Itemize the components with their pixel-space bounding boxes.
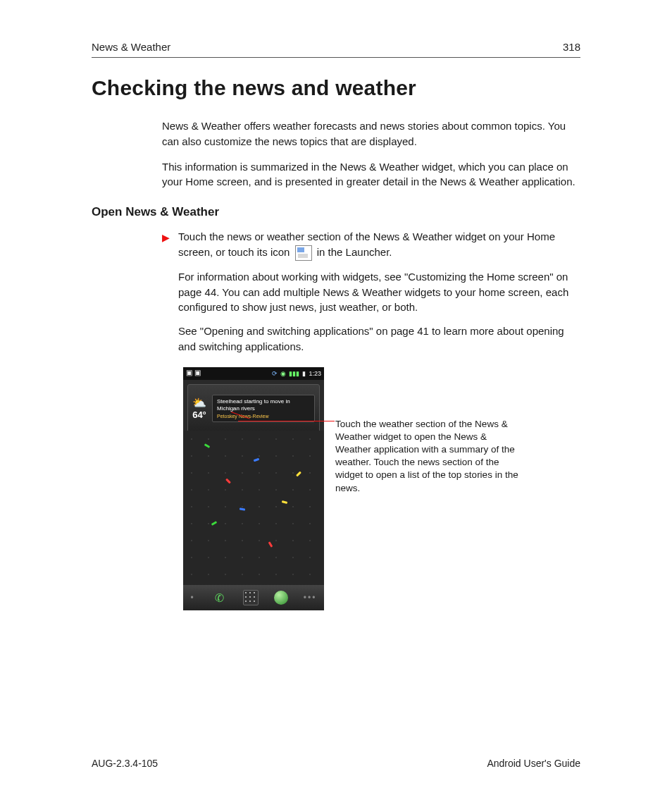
status-notification-icon: ▣	[186, 369, 192, 376]
weather-section[interactable]: ⛅ 64°	[192, 398, 206, 420]
intro-paragraph-1: News & Weather offers weather forecasts …	[162, 118, 580, 149]
bullet-line-3: See "Opening and switching applications"…	[178, 324, 580, 355]
callout-leader-line	[238, 421, 335, 421]
phone-screenshot: ▣ ▣ ⟳ ◉ ▮▮▮ ▮ 1:23 ⛅ 64° Steelhead start…	[183, 367, 324, 610]
bullet-triangle-icon: ▶	[162, 230, 170, 363]
dock-dots-left-icon[interactable]: •	[191, 593, 195, 603]
status-time: 1:23	[309, 370, 321, 377]
page-title: Checking the news and weather	[92, 76, 580, 100]
status-notification-icon: ▣	[194, 369, 201, 376]
header-page-number: 318	[563, 41, 580, 53]
weather-icon: ⛅	[192, 398, 206, 409]
page-footer: AUG-2.3.4-105 Android User's Guide	[92, 758, 580, 769]
phone-icon[interactable]: ✆	[209, 588, 229, 608]
screenshot-caption: Touch the weather section of the News & …	[335, 418, 518, 495]
subheading-open: Open News & Weather	[92, 205, 580, 219]
news-weather-launcher-icon	[295, 245, 312, 261]
news-weather-widget[interactable]: ⛅ 64° Steelhead starting to move in Mich…	[187, 384, 320, 433]
home-wallpaper	[183, 431, 324, 585]
intro-paragraph-2: This information is summarized in the Ne…	[162, 159, 580, 190]
apps-grid-icon[interactable]	[243, 590, 259, 605]
bullet-line-1: Touch the news or weather section of the…	[178, 229, 580, 261]
header-section: News & Weather	[92, 41, 170, 53]
weather-temp: 64°	[192, 409, 206, 420]
footer-guide-title: Android User's Guide	[487, 758, 580, 769]
header-rule	[92, 57, 580, 58]
dock: • ✆ •••	[183, 585, 324, 610]
dock-dots-right-icon[interactable]: •••	[304, 593, 317, 603]
news-source: Petoskey News-Review	[217, 414, 310, 419]
running-header: News & Weather 318	[92, 41, 580, 53]
status-bar: ▣ ▣ ⟳ ◉ ▮▮▮ ▮ 1:23	[183, 367, 324, 380]
status-gps-icon: ◉	[280, 370, 286, 377]
browser-icon[interactable]	[274, 591, 288, 605]
bullet-line-2: For information about working with widge…	[178, 269, 580, 315]
footer-doc-id: AUG-2.3.4-105	[92, 758, 158, 769]
news-section[interactable]: Steelhead starting to move in Michigan r…	[212, 395, 315, 421]
status-signal-icon: ▮▮▮	[289, 370, 299, 377]
news-headline: Steelhead starting to move in Michigan r…	[217, 398, 310, 412]
status-battery-icon: ▮	[302, 370, 306, 377]
status-sync-icon: ⟳	[272, 370, 278, 377]
